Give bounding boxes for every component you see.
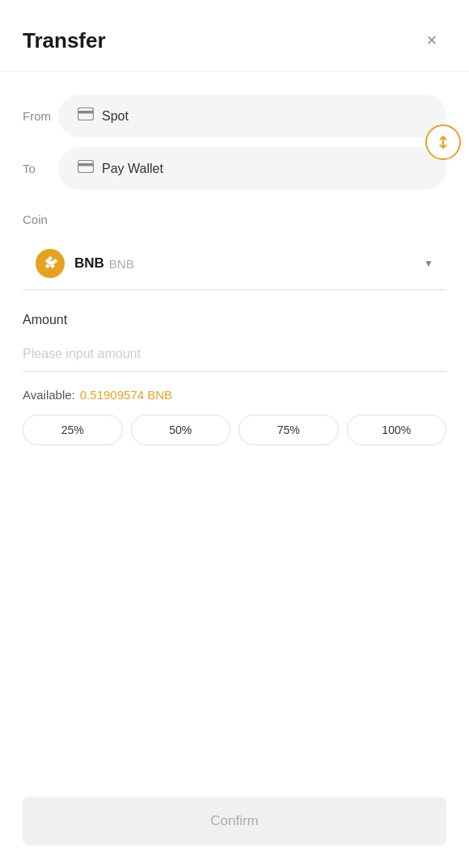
- pct-75-button[interactable]: 75%: [239, 415, 339, 445]
- to-selector[interactable]: Pay Wallet: [58, 147, 446, 190]
- amount-section: Amount Available: 0.51909574 BNB 25% 50%…: [23, 313, 446, 445]
- bnb-icon: [36, 249, 65, 278]
- svg-rect-2: [78, 161, 94, 173]
- svg-rect-3: [78, 163, 94, 166]
- close-button[interactable]: ×: [417, 26, 446, 55]
- coin-section: Coin BNB BNB ▼: [23, 213, 446, 290]
- available-label: Available:: [23, 388, 75, 402]
- card-icon-to: [78, 160, 94, 177]
- from-row: From Spot: [23, 95, 446, 137]
- pct-50-button[interactable]: 50%: [131, 415, 231, 445]
- svg-rect-1: [78, 111, 94, 114]
- dropdown-arrow-icon: ▼: [424, 258, 433, 269]
- coin-selector[interactable]: BNB BNB ▼: [23, 238, 446, 290]
- to-row: To Pay Wallet: [23, 147, 446, 190]
- from-to-section: From Spot To: [23, 95, 446, 190]
- close-icon: ×: [427, 30, 437, 51]
- modal-footer: Confirm: [0, 784, 469, 868]
- page-title: Transfer: [23, 28, 106, 53]
- percentage-buttons: 25% 50% 75% 100%: [23, 415, 446, 445]
- pct-25-button[interactable]: 25%: [23, 415, 123, 445]
- transfer-modal: Transfer × From Spot: [0, 0, 469, 868]
- coin-label: Coin: [23, 213, 446, 226]
- swap-button[interactable]: [425, 124, 461, 160]
- available-row: Available: 0.51909574 BNB: [23, 388, 446, 402]
- to-label: To: [23, 162, 58, 175]
- modal-header: Transfer ×: [0, 0, 469, 72]
- confirm-button[interactable]: Confirm: [23, 797, 446, 845]
- card-icon-from: [78, 107, 94, 124]
- coin-ticker: BNB: [109, 257, 134, 271]
- modal-content: From Spot To: [0, 72, 469, 784]
- from-label: From: [23, 109, 58, 123]
- pct-100-button[interactable]: 100%: [347, 415, 447, 445]
- from-value: Spot: [102, 109, 129, 124]
- available-value: 0.51909574 BNB: [80, 388, 172, 402]
- amount-input[interactable]: [23, 339, 446, 372]
- to-value: Pay Wallet: [102, 162, 163, 176]
- svg-rect-0: [78, 108, 94, 120]
- amount-label: Amount: [23, 313, 446, 327]
- from-selector[interactable]: Spot: [58, 95, 446, 137]
- coin-name: BNB: [74, 255, 104, 272]
